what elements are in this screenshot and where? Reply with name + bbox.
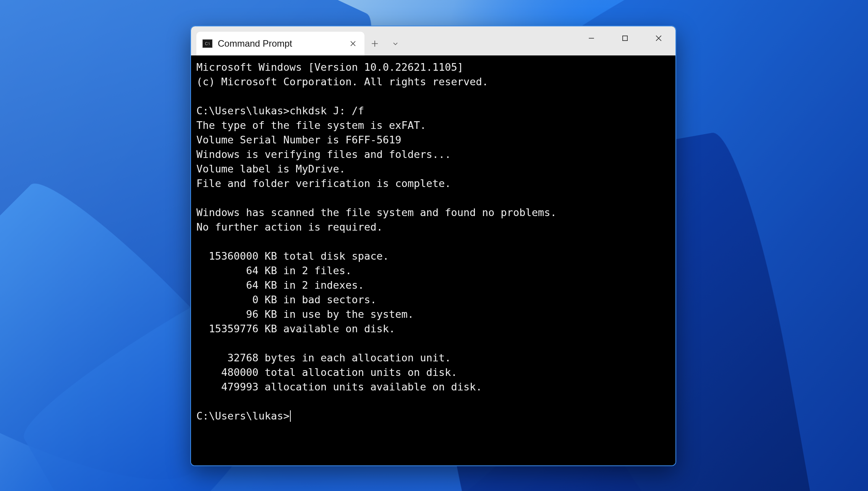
- text-cursor: [290, 410, 291, 422]
- terminal-window: C:\ Command Prompt M: [190, 26, 676, 466]
- close-tab-button[interactable]: [348, 39, 358, 48]
- minimize-button[interactable]: [575, 26, 608, 50]
- command-entered: chkdsk J: /f: [290, 105, 364, 117]
- terminal-output[interactable]: Microsoft Windows [Version 10.0.22621.11…: [191, 55, 675, 465]
- tabs-area: C:\ Command Prompt: [191, 26, 406, 55]
- new-tab-button[interactable]: [364, 33, 385, 54]
- close-icon: [350, 41, 356, 47]
- output-line: 479993 allocation units available on dis…: [196, 381, 482, 393]
- close-icon: [655, 35, 662, 42]
- output-line: Windows is verifying files and folders..…: [196, 148, 451, 160]
- plus-icon: [371, 40, 378, 47]
- output-line: No further action is required.: [196, 221, 383, 233]
- prompt: C:\Users\lukas>: [196, 410, 290, 422]
- output-line: 64 KB in 2 files.: [196, 265, 351, 276]
- tab-title: Command Prompt: [218, 38, 343, 49]
- minimize-icon: [588, 35, 595, 42]
- output-line: 480000 total allocation units on disk.: [196, 366, 457, 378]
- cmd-icon: C:\: [202, 39, 212, 48]
- maximize-icon: [622, 35, 628, 42]
- maximize-button[interactable]: [608, 26, 642, 50]
- output-line: The type of the file system is exFAT.: [196, 119, 426, 131]
- output-line: 64 KB in 2 indexes.: [196, 279, 364, 291]
- chevron-down-icon: [392, 41, 398, 47]
- banner-line: Microsoft Windows [Version 10.0.22621.11…: [196, 61, 463, 73]
- output-line: 15360000 KB total disk space.: [196, 250, 389, 262]
- svg-rect-0: [623, 36, 627, 41]
- titlebar[interactable]: C:\ Command Prompt: [191, 26, 675, 55]
- output-line: 0 KB in bad sectors.: [196, 294, 376, 306]
- output-line: File and folder verification is complete…: [196, 177, 451, 189]
- prompt: C:\Users\lukas>: [196, 105, 290, 117]
- output-line: Volume Serial Number is F6FF-5619: [196, 134, 401, 146]
- output-line: Windows has scanned the file system and …: [196, 206, 557, 218]
- output-line: Volume label is MyDrive.: [196, 163, 345, 175]
- output-line: 15359776 KB available on disk.: [196, 323, 395, 335]
- tab-dropdown-button[interactable]: [385, 33, 406, 54]
- output-line: 96 KB in use by the system.: [196, 308, 414, 320]
- close-window-button[interactable]: [642, 26, 675, 50]
- banner-line: (c) Microsoft Corporation. All rights re…: [196, 76, 488, 88]
- output-line: 32768 bytes in each allocation unit.: [196, 352, 451, 364]
- tab-command-prompt[interactable]: C:\ Command Prompt: [196, 32, 364, 55]
- window-controls: [575, 26, 675, 50]
